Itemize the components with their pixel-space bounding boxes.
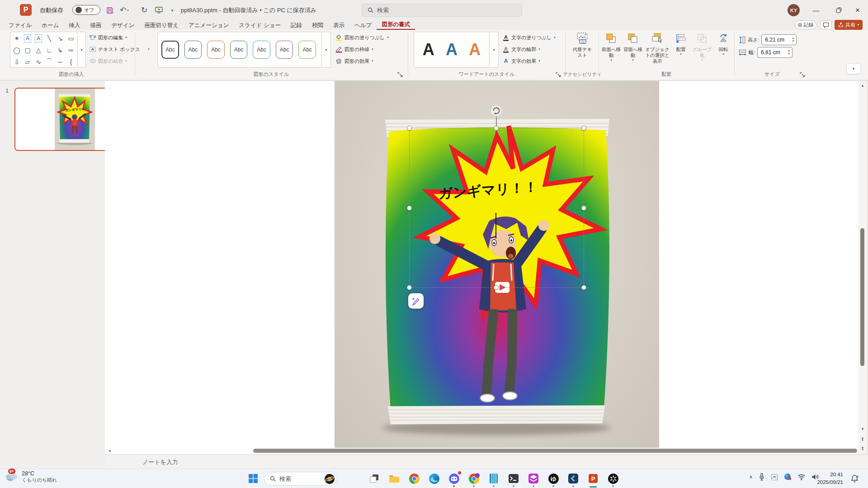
wordart-preset-2[interactable]: A: [443, 37, 461, 62]
oval-tool[interactable]: ◯: [11, 44, 22, 56]
line-tool[interactable]: ╲: [44, 33, 55, 44]
horizontal-scrollbar[interactable]: ◂: [108, 448, 857, 454]
elbow-arrow-connector-tool[interactable]: ↳: [55, 44, 66, 56]
microphone-icon[interactable]: [759, 473, 765, 481]
line-arrow-tool[interactable]: ↘: [55, 33, 66, 44]
tray-blue-sphere-icon[interactable]: [784, 473, 792, 481]
selection-handle-mid-right[interactable]: [581, 206, 586, 211]
tab-表示[interactable]: 表示: [328, 21, 349, 30]
undo-button[interactable]: ↶▾: [118, 5, 130, 16]
send-backward-button[interactable]: 背面へ移動▾: [622, 32, 644, 62]
isoceles-triangle-tool[interactable]: △: [33, 44, 44, 56]
collapse-ribbon-button[interactable]: ▾: [846, 63, 861, 74]
powerpoint-taskbar-icon[interactable]: P: [587, 472, 599, 485]
tab-アニメーション[interactable]: アニメーション: [184, 21, 234, 30]
shape-style-preset-5[interactable]: Abc: [253, 41, 270, 59]
shape-style-preset-4[interactable]: Abc: [230, 41, 248, 59]
text-fill-button[interactable]: A 文字の塗りつぶし▾: [503, 33, 556, 42]
curve-tool[interactable]: ∼: [55, 56, 66, 68]
taskbar-clock[interactable]: 20:41 2025/09/21: [817, 471, 843, 486]
align-button[interactable]: 配置▾: [672, 32, 690, 56]
width-spinner[interactable]: ▲▼: [788, 49, 790, 55]
alt-text-button[interactable]: 代替テキスト: [569, 32, 596, 58]
shape-styles-dialog-launcher[interactable]: [397, 71, 403, 78]
selection-pane-button[interactable]: オブジェクトの選択と表示: [644, 32, 671, 64]
selection-handle-bottom-mid[interactable]: [494, 285, 499, 290]
start-slideshow-button[interactable]: [153, 5, 165, 16]
selection-handle-mid-left[interactable]: [407, 206, 412, 211]
tab-描画[interactable]: 描画: [85, 21, 106, 30]
shape-style-more-button[interactable]: ▾: [322, 32, 331, 68]
rotation-handle[interactable]: [491, 105, 502, 117]
chrome-profile-icon[interactable]: [467, 472, 480, 485]
shape-style-preset-3[interactable]: Abc: [207, 41, 225, 59]
tab-図形の書式[interactable]: 図形の書式: [377, 20, 415, 30]
selection-handle-top-left[interactable]: [407, 126, 412, 131]
rectangle-tool[interactable]: ▭: [66, 33, 76, 44]
size-dialog-launcher[interactable]: [799, 71, 806, 78]
vertical-scroll-thumb[interactable]: [860, 228, 864, 366]
terminal-icon[interactable]: [507, 472, 520, 485]
weather-widget[interactable]: 9+ 28°C くもりのち晴れ: [5, 470, 57, 483]
restore-button[interactable]: [828, 0, 849, 20]
scroll-left-arrow[interactable]: ◂: [108, 448, 111, 453]
minimize-button[interactable]: —: [806, 0, 826, 20]
elbow-connector-tool[interactable]: ∟: [44, 44, 55, 56]
wordart-preset-1[interactable]: A: [420, 37, 438, 62]
notebook-app-icon[interactable]: [487, 472, 500, 485]
tray-stamp-icon[interactable]: [771, 474, 778, 481]
previous-slide-button[interactable]: ▲▲: [858, 435, 867, 442]
user-avatar[interactable]: KY: [788, 4, 800, 16]
tab-ホーム[interactable]: ホーム: [37, 21, 64, 30]
selection-bounding-box[interactable]: [409, 128, 584, 288]
tab-ファイル[interactable]: ファイル: [4, 21, 37, 30]
edge-icon[interactable]: [428, 472, 440, 485]
group-button[interactable]: グループ化▾: [691, 32, 713, 62]
share-button[interactable]: 共有 ▾: [835, 20, 863, 30]
shape-gallery-more-button[interactable]: ▾: [78, 32, 86, 68]
shape-style-preset-6[interactable]: Abc: [276, 41, 293, 59]
dark-circle-app-icon[interactable]: ゆ: [547, 472, 560, 485]
selection-handle-bottom-right[interactable]: [581, 285, 586, 290]
comments-button[interactable]: [820, 20, 832, 29]
next-slide-button[interactable]: ▼▼: [858, 445, 867, 452]
save-button[interactable]: [104, 5, 116, 16]
scribble-tool[interactable]: ∿: [33, 56, 44, 68]
chatgpt-icon[interactable]: [607, 472, 619, 485]
task-view-icon[interactable]: [368, 472, 381, 485]
down-arrow-tool[interactable]: ⇩: [11, 56, 22, 68]
rotate-button[interactable]: 回転▾: [714, 32, 732, 56]
edit-shape-button[interactable]: 図形の編集▾: [90, 33, 127, 42]
powerpoint-app-icon[interactable]: P: [20, 4, 32, 16]
qat-more-button[interactable]: ▾: [168, 5, 176, 16]
stack-app-icon[interactable]: [527, 472, 540, 485]
vertical-scrollbar[interactable]: ▲ ▼ ▲▲ ▼▼: [858, 81, 867, 454]
chevron-app-icon[interactable]: [567, 472, 580, 485]
record-button[interactable]: 記録: [795, 20, 816, 29]
merge-shapes-button[interactable]: 図形の結合▾: [90, 56, 127, 66]
autosave-toggle[interactable]: オフ: [72, 5, 100, 15]
chrome-icon[interactable]: [408, 472, 420, 485]
tab-記録[interactable]: 記録: [286, 21, 307, 30]
height-spinner[interactable]: ▲▼: [792, 37, 794, 42]
shape-outline-button[interactable]: 図形の枠線▾: [335, 44, 373, 54]
scroll-down-arrow[interactable]: ▼: [858, 425, 867, 432]
shape-style-preset-1[interactable]: Abc: [161, 41, 179, 59]
scroll-up-arrow[interactable]: ▲: [858, 82, 867, 89]
tab-スライド ショー[interactable]: スライド ショー: [234, 21, 286, 30]
text-box-tool[interactable]: A: [24, 34, 31, 42]
selection-handle-bottom-left[interactable]: [407, 285, 412, 290]
freeform-tool[interactable]: ▱: [22, 56, 33, 68]
starburst-tool[interactable]: ✶: [11, 33, 22, 44]
tab-デザイン[interactable]: デザイン: [106, 21, 139, 30]
rounded-rectangle-tool[interactable]: ▢: [22, 44, 33, 56]
redo-button[interactable]: ↻: [138, 5, 150, 16]
left-brace-tool[interactable]: {: [66, 56, 76, 68]
taskbar-search-box[interactable]: 検索: [264, 472, 337, 486]
selection-handle-top-right[interactable]: [581, 126, 586, 131]
office-search-box[interactable]: 検索: [362, 4, 522, 17]
tray-chevron-up-icon[interactable]: ∧: [749, 474, 753, 480]
shape-fill-button[interactable]: 図形の塗りつぶし▾: [335, 33, 389, 42]
shape-style-preset-7[interactable]: Abc: [298, 41, 316, 59]
shape-style-preset-2[interactable]: Abc: [184, 41, 202, 59]
